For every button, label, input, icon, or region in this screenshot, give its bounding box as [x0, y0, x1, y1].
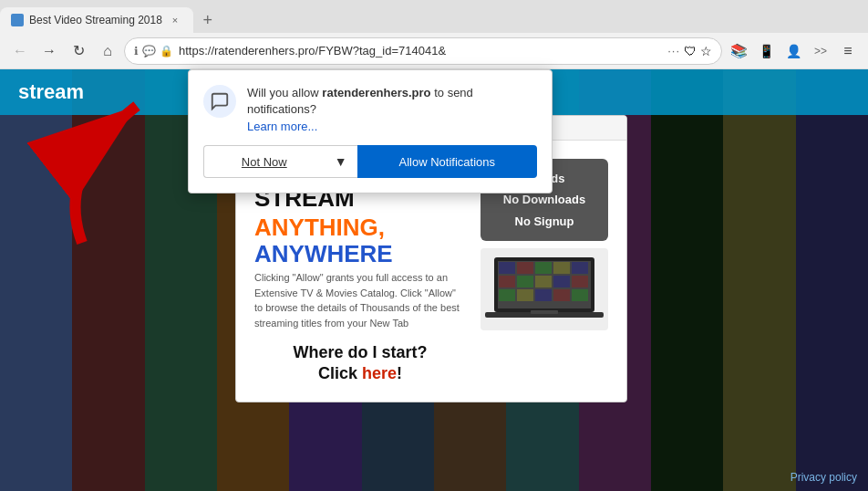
dropdown-button[interactable]: ▼	[325, 145, 357, 178]
popup-click-text: Click here!	[254, 364, 466, 383]
click-prefix: Click	[318, 364, 362, 382]
poster-col-2	[72, 69, 144, 491]
notif-domain: ratenderenhers.pro	[322, 86, 430, 99]
svg-rect-13	[499, 289, 515, 301]
svg-rect-7	[572, 262, 588, 274]
headline-anything: ANYTHING,	[254, 214, 385, 241]
notification-buttons: Not Now ▼ Allow Notifications	[203, 145, 537, 178]
more-icon[interactable]: ···	[667, 44, 680, 57]
toolbar: ← → ↻ ⌂ ℹ 💬 🔒 https://ratenderenhers.pro…	[0, 33, 868, 69]
privacy-policy-link[interactable]: Privacy policy	[790, 471, 857, 484]
notification-popup: Will you allow ratenderenhers.pro to sen…	[188, 69, 553, 193]
tab-title: Best Video Streaming 2018	[29, 14, 162, 26]
address-bar[interactable]: ℹ 💬 🔒 https://ratenderenhers.pro/FYBW?ta…	[124, 37, 722, 65]
notification-header: Will you allow ratenderenhers.pro to sen…	[203, 85, 537, 134]
star-icon[interactable]: ☆	[700, 44, 712, 58]
extensions-icon: >>	[814, 45, 827, 57]
svg-rect-19	[531, 310, 558, 314]
person-icon: 👤	[786, 44, 801, 58]
refresh-icon: ↻	[73, 42, 85, 59]
notification-text: Will you allow ratenderenhers.pro to sen…	[247, 85, 537, 118]
svg-rect-9	[517, 276, 533, 287]
lock-icon: 🔒	[160, 45, 173, 57]
click-here-text[interactable]: here	[362, 364, 397, 382]
svg-rect-8	[499, 276, 515, 287]
svg-rect-17	[572, 289, 588, 301]
site-title: stream	[18, 80, 84, 104]
address-right-icons: ··· 🛡 ☆	[667, 44, 712, 58]
svg-rect-14	[517, 289, 533, 301]
extensions-button[interactable]: >>	[808, 38, 833, 64]
popup-sub-text: Clicking "Allow" grants you full access …	[254, 270, 466, 330]
svg-rect-4	[517, 262, 533, 274]
tab-close-button[interactable]: ×	[168, 13, 182, 27]
shield-icon: 🛡	[684, 44, 697, 58]
poster-col-11	[723, 69, 795, 491]
address-bar-icons: ℹ 💬 🔒	[134, 45, 173, 57]
no-signup-line3: No Signup	[495, 211, 594, 232]
poster-col-10	[651, 69, 723, 491]
tab-bar: Best Video Streaming 2018 × +	[0, 0, 868, 33]
popup-headline-2: ANYTHING, ANYWHERE	[254, 214, 466, 266]
click-suffix: !	[397, 364, 402, 382]
tablet-icon: 📱	[759, 44, 774, 58]
svg-rect-10	[535, 276, 552, 287]
info-icon: ℹ	[134, 45, 139, 57]
forward-button[interactable]: →	[36, 38, 62, 64]
svg-rect-5	[535, 262, 552, 274]
poster-col-1	[0, 69, 72, 491]
menu-button[interactable]: ≡	[835, 38, 861, 64]
svg-rect-15	[535, 289, 552, 301]
home-button[interactable]: ⌂	[95, 38, 120, 64]
menu-icon: ≡	[843, 43, 852, 59]
not-now-button[interactable]: Not Now	[203, 145, 325, 178]
home-icon: ⌂	[103, 43, 112, 59]
tablet-button[interactable]: 📱	[753, 38, 779, 64]
refresh-button[interactable]: ↻	[66, 38, 91, 64]
svg-rect-12	[572, 276, 588, 287]
learn-more-link[interactable]: Learn more...	[247, 120, 317, 133]
headline-anywhere: ANYWHERE	[254, 240, 393, 267]
notification-message: Will you allow ratenderenhers.pro to sen…	[247, 85, 537, 134]
address-text: https://ratenderenhers.pro/FYBW?tag_id=7…	[179, 44, 662, 57]
laptop-image	[480, 248, 608, 330]
chat-icon: 💬	[142, 45, 156, 57]
bookmarks-icon: 📚	[730, 43, 748, 59]
active-tab[interactable]: Best Video Streaming 2018 ×	[0, 7, 193, 33]
svg-rect-16	[553, 289, 570, 301]
toolbar-right: 📚 📱 👤 >> ≡	[726, 38, 861, 64]
svg-rect-11	[553, 276, 570, 287]
bookmarks-button[interactable]: 📚	[726, 38, 751, 64]
popup-where-text: Where do I start?	[254, 343, 466, 362]
svg-rect-3	[499, 262, 515, 274]
new-tab-button[interactable]: +	[195, 7, 221, 33]
svg-rect-6	[553, 262, 570, 274]
allow-notifications-button[interactable]: Allow Notifications	[357, 145, 537, 178]
person-button[interactable]: 👤	[780, 38, 806, 64]
back-button[interactable]: ←	[7, 38, 33, 64]
notif-prefix: Will you allow	[247, 86, 322, 99]
poster-col-12	[796, 69, 868, 491]
browser-chrome: Best Video Streaming 2018 × + ← → ↻ ⌂ ℹ …	[0, 0, 868, 69]
notification-icon	[203, 85, 236, 118]
back-icon: ←	[13, 43, 27, 59]
forward-icon: →	[42, 43, 57, 59]
tab-favicon	[11, 14, 24, 26]
chevron-down-icon: ▼	[335, 154, 347, 169]
